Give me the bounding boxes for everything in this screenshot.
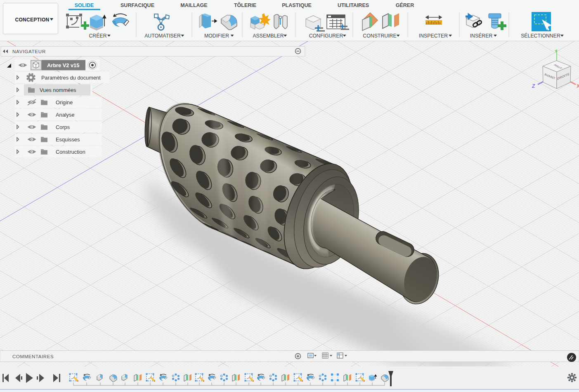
- svg-text:Arbre V2 v15: Arbre V2 v15: [47, 62, 79, 68]
- svg-text:INSÉRER: INSÉRER: [470, 33, 493, 39]
- svg-text:SURFACIQUE: SURFACIQUE: [121, 2, 154, 8]
- svg-text:MAILLAGE: MAILLAGE: [180, 2, 207, 8]
- svg-text:Construction: Construction: [56, 149, 85, 155]
- svg-text:Esquisses: Esquisses: [56, 136, 80, 143]
- svg-text:Paramètres du document: Paramètres du document: [41, 75, 101, 81]
- svg-text:SOLIDE: SOLIDE: [75, 2, 94, 8]
- svg-text:INSPECTER: INSPECTER: [419, 33, 448, 39]
- svg-text:CONSTRUIRE: CONSTRUIRE: [363, 33, 396, 39]
- svg-text:MODIFIER: MODIFIER: [204, 33, 229, 39]
- svg-text:AUTOMATISER: AUTOMATISER: [144, 33, 181, 39]
- svg-text:Origine: Origine: [56, 99, 73, 106]
- svg-text:NAVIGATEUR: NAVIGATEUR: [12, 49, 46, 54]
- svg-text:SÉLECTIONNER: SÉLECTIONNER: [521, 33, 560, 39]
- svg-text:CONFIGURER: CONFIGURER: [309, 33, 343, 39]
- svg-text:PLASTIQUE: PLASTIQUE: [282, 2, 312, 8]
- svg-text:TÔLERIE: TÔLERIE: [234, 2, 256, 8]
- svg-text:CRÉER: CRÉER: [89, 33, 106, 39]
- svg-text:Vues nommées: Vues nommées: [40, 87, 76, 93]
- svg-text:GÉRER: GÉRER: [396, 2, 414, 8]
- svg-text:COMMENTAIRES: COMMENTAIRES: [12, 354, 54, 359]
- svg-text:Corps: Corps: [56, 124, 70, 130]
- svg-text:Analyse: Analyse: [56, 112, 75, 118]
- svg-text:ASSEMBLER: ASSEMBLER: [253, 33, 284, 39]
- svg-text:UTILITAIRES: UTILITAIRES: [338, 2, 369, 8]
- svg-text:CONCEPTION: CONCEPTION: [15, 17, 49, 23]
